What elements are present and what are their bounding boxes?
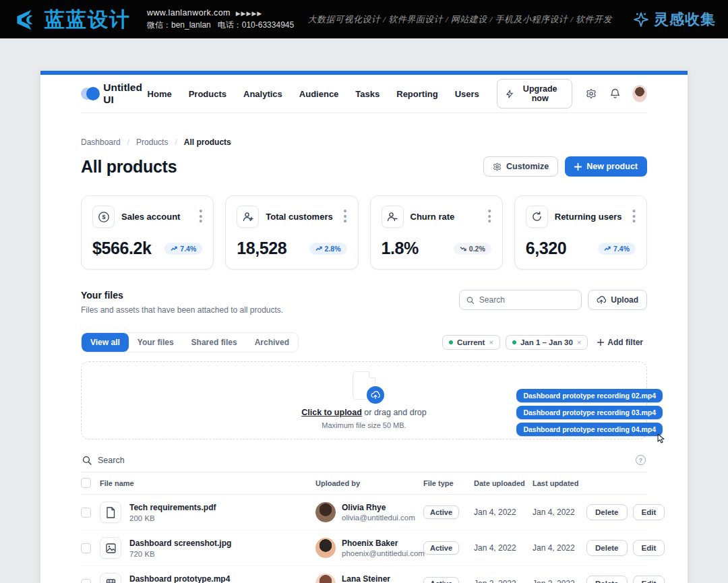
upload-cloud-badge-icon[interactable] [367,386,384,404]
dragged-file-chip[interactable]: Dashboard prototype recording 03.mp4 [516,406,663,419]
trend-up-icon [604,246,611,251]
stat-label: Churn rate [411,212,455,222]
date-updated: Jan 4, 2022 [533,508,586,517]
untitled-ui-logo-icon [81,87,98,100]
upload-dropzone[interactable]: Click to upload or drag and drop Maximum… [81,361,647,439]
nav-item-home[interactable]: Home [148,89,172,99]
breadcrumb-dashboard[interactable]: Dashboard [81,137,121,147]
table-search-input[interactable] [98,456,630,465]
status-badge: Active [423,505,459,519]
nav-item-products[interactable]: Products [189,89,226,99]
add-filter-button[interactable]: Add filter [593,335,647,350]
remove-filter-icon[interactable]: × [577,338,581,346]
stat-value: 18,528 [237,239,286,258]
green-dot-icon [449,340,453,344]
new-product-button[interactable]: New product [565,156,647,177]
filter-chip-current[interactable]: Current × [442,335,500,350]
image-file-icon [100,537,121,559]
files-search-input[interactable] [479,295,575,305]
stat-card-returning-users: Returning users ••• 6,320 7.4% [514,195,647,270]
delete-button[interactable]: Delete [586,540,628,556]
page-title: All products [81,157,177,177]
uploader-name: Olivia Rhye [342,503,415,512]
dashboard-window: Untitled UI Home Products Analytics Audi… [40,71,688,583]
card-menu-kebab-icon[interactable]: ••• [632,209,636,224]
upgrade-button[interactable]: Upgrade now [497,79,572,109]
gear-icon [493,162,502,171]
column-uploaded-by: Uploaded by [315,479,423,487]
click-to-upload-link[interactable]: Click to upload [301,408,362,417]
edit-button[interactable]: Edit [633,504,665,520]
filter-chip-date-range[interactable]: Jan 1 – Jan 30 × [506,335,588,350]
sparkle-icon [632,11,650,28]
card-menu-kebab-icon[interactable]: ••• [199,209,202,224]
card-menu-kebab-icon[interactable]: ••• [344,209,347,224]
brand[interactable]: Untitled UI [81,82,148,106]
customize-button[interactable]: Customize [483,156,558,177]
user-plus-icon [237,206,259,228]
files-subtitle: Files and assets that have been attached… [81,305,283,315]
breadcrumb: Dashboard / Products / All products [81,137,647,147]
stat-card-total-customers: Total customers ••• 18,528 2.8% [225,195,358,270]
file-name[interactable]: Dashboard prototype.mp4 [129,574,230,583]
card-menu-kebab-icon[interactable]: ••• [488,209,491,224]
stat-value: 6,320 [526,239,567,258]
trend-up-icon [171,246,177,251]
table-row: Dashboard screenshot.jpg 720 KB Phoenix … [81,530,647,566]
tab-archived[interactable]: Archived [246,333,298,352]
search-icon [82,456,92,465]
edit-button[interactable]: Edit [633,540,665,556]
delete-button[interactable]: Delete [586,504,628,520]
avatar [315,538,336,558]
row-checkbox[interactable] [81,543,91,553]
table-search-bar[interactable]: ? [81,449,647,472]
tab-your-files[interactable]: Your files [129,333,183,352]
trend-down-icon [460,246,466,251]
svg-text:$: $ [102,214,105,220]
brand-name: Untitled UI [103,82,147,106]
nav-item-audience[interactable]: Audience [299,89,339,99]
dragged-file-chip[interactable]: Dashboard prototype recording 04.mp4 [516,423,663,436]
row-checkbox[interactable] [81,508,91,518]
nav-item-reporting[interactable]: Reporting [396,89,437,99]
tab-shared-files[interactable]: Shared files [183,333,246,352]
file-name[interactable]: Tech requirements.pdf [129,503,216,512]
date-uploaded: Jan 4, 2022 [474,543,533,553]
stat-card-churn-rate: Churn rate ••• 1.8% 0.2% [370,195,503,270]
file-size: 720 KB [129,550,231,558]
user-avatar[interactable] [632,85,647,102]
dragged-file-chip[interactable]: Dashboard prototype recording 02.mp4 [516,389,663,402]
column-file-type: File type [423,479,474,487]
files-search[interactable] [459,290,582,310]
status-badge: Active [423,577,459,583]
delta-badge: 7.4% [164,243,202,255]
stat-card-sales-account: $ Sales account ••• $566.2k 7.4% [81,195,214,270]
file-tabs: View all Your files Shared files Archive… [81,332,299,352]
nav-item-users[interactable]: Users [455,89,479,99]
delete-button[interactable]: Delete [586,576,628,583]
table-row: Tech requirements.pdf 200 KB Olivia Rhye… [81,495,647,530]
user-minus-icon [382,206,404,228]
breadcrumb-products[interactable]: Products [136,137,168,147]
select-all-checkbox[interactable] [81,478,91,488]
arrows-decoration: ▶▶▶▶▶ [236,10,263,17]
banner-website[interactable]: www.lanlanwork.com ▶▶▶▶▶ [147,8,294,18]
file-name[interactable]: Dashboard screenshot.jpg [129,539,231,548]
row-checkbox[interactable] [81,579,91,583]
uploader-email: olivia@untitledui.com [342,514,415,522]
tab-view-all[interactable]: View all [82,333,129,352]
nav-item-tasks[interactable]: Tasks [355,89,380,99]
upload-button[interactable]: Upload [588,290,647,310]
notifications-bell-icon[interactable] [610,88,620,99]
remove-filter-icon[interactable]: × [489,338,493,346]
stat-label: Total customers [266,212,332,222]
banner-services: 大数据可视化设计 / 软件界面设计 / 网站建设 / 手机及小程序设计 / 软件… [308,13,612,26]
collect-label: 灵感收集 [654,9,716,30]
tabs-and-filters: View all Your files Shared files Archive… [81,332,647,352]
help-icon[interactable]: ? [636,455,646,465]
inspiration-collect[interactable]: 灵感收集 [632,9,716,30]
edit-button[interactable]: Edit [633,576,665,583]
nav-item-analytics[interactable]: Analytics [243,89,282,99]
settings-gear-icon[interactable] [586,88,597,99]
lanlan-logo-text: 蓝蓝设计 [44,9,131,30]
